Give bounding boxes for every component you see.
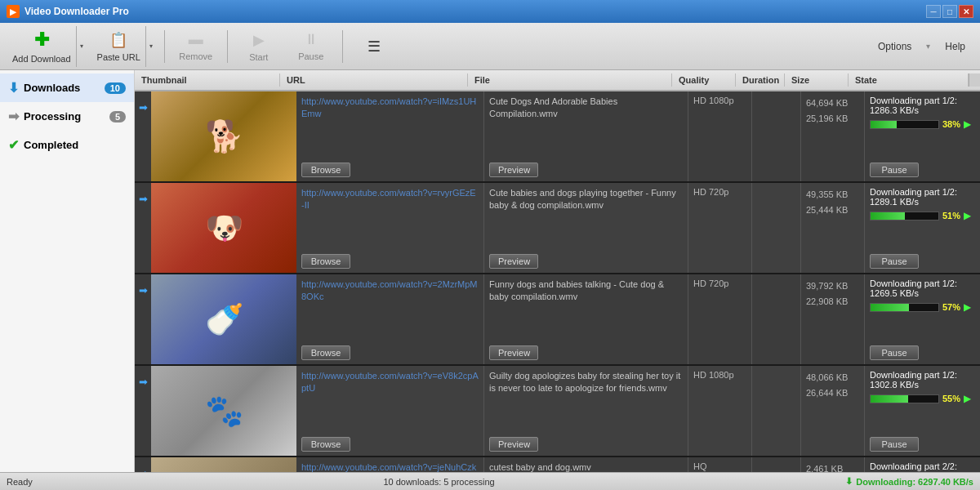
browse-button-4[interactable]: Browse bbox=[301, 437, 350, 452]
file-text-3: Funny dogs and babies talking - Cute dog… bbox=[489, 278, 683, 303]
progress-bar-3 bbox=[870, 303, 939, 312]
progress-bar-2 bbox=[870, 212, 939, 220]
duration-col-2 bbox=[752, 183, 801, 273]
window-controls: ─ □ ✕ bbox=[926, 5, 973, 18]
download-status-text: Downloading: 6297.40 KB/s bbox=[856, 477, 973, 487]
progress-fill-4 bbox=[871, 395, 908, 403]
size-col-5: 2,461 KB1,812 KB bbox=[801, 457, 865, 472]
pause-icon: ⏸ bbox=[304, 31, 318, 48]
size-col-4: 48,066 KB26,644 KB bbox=[801, 366, 865, 456]
pause-button-1[interactable]: Pause bbox=[870, 163, 919, 177]
progress-pct-3: 57% bbox=[942, 302, 960, 312]
speed-text-4: Downloading part 1/2: 1302.8 KB/s bbox=[870, 370, 975, 390]
url-col-5: http://www.youtube.com/watch?v=jeNuhCzkk… bbox=[296, 457, 484, 472]
browse-button-1[interactable]: Browse bbox=[301, 163, 350, 177]
state-col-4: Downloading part 1/2: 1302.8 KB/s 55% ▶ … bbox=[865, 366, 980, 456]
file-col-1: Cute Dogs And Adorable Babies Compilatio… bbox=[484, 91, 688, 181]
status-downloading: ⬇ Downloading: 6297.40 KB/s bbox=[845, 476, 973, 487]
help-button[interactable]: Help bbox=[937, 38, 973, 56]
downloads-icon: ⬇ bbox=[8, 80, 19, 96]
url-col-4: http://www.youtube.com/watch?v=eV8k2cpAp… bbox=[296, 366, 484, 456]
start-icon: ▶ bbox=[253, 31, 265, 49]
table-row: ➡ 🍼 http://www.youtube.com/watch?v=2MzrM… bbox=[135, 274, 980, 366]
processing-icon: ➡ bbox=[8, 109, 19, 124]
file-text-2: Cute babies and dogs playing together - … bbox=[489, 187, 683, 212]
title-bar: ▶ Video Downloader Pro ─ □ ✕ bbox=[0, 0, 980, 23]
row-arrow-2: ➡ bbox=[135, 183, 151, 273]
progress-pct-4: 55% bbox=[942, 394, 960, 403]
progress-arrow-2: ▶ bbox=[964, 210, 971, 221]
sidebar-item-completed[interactable]: ✔ Completed bbox=[0, 131, 134, 159]
browse-button-2[interactable]: Browse bbox=[301, 254, 350, 269]
add-download-button[interactable]: ✚ Add Download ▾ bbox=[7, 26, 88, 67]
paste-url-dropdown[interactable]: ▾ bbox=[145, 26, 157, 67]
thumbnail-3: 🍼 bbox=[151, 274, 296, 364]
quality-col-4: HD 1080p bbox=[688, 366, 752, 456]
close-button[interactable]: ✕ bbox=[959, 5, 973, 18]
menu-button[interactable]: ☰ bbox=[350, 26, 399, 67]
remove-icon: ▬ bbox=[189, 31, 203, 48]
remove-button: ▬ Remove bbox=[172, 26, 220, 67]
pause-button-2[interactable]: Pause bbox=[870, 254, 919, 269]
progress-fill-1 bbox=[871, 121, 897, 128]
status-ready: Ready bbox=[7, 477, 33, 487]
paste-url-button[interactable]: 📋 Paste URL ▾ bbox=[91, 26, 158, 67]
th-file: File bbox=[468, 74, 672, 87]
sidebar-downloads-count: 10 bbox=[105, 82, 126, 94]
paste-icon: 📋 bbox=[109, 31, 127, 49]
url-text-4: http://www.youtube.com/watch?v=eV8k2cpAp… bbox=[301, 370, 479, 394]
file-text-4: Guilty dog apologizes baby for stealing … bbox=[489, 370, 683, 394]
table-header: Thumbnail URL File Quality Duration Size… bbox=[135, 70, 980, 91]
sidebar-item-processing[interactable]: ➡ Processing 5 bbox=[0, 102, 134, 131]
start-button: ▶ Start bbox=[234, 26, 283, 67]
status-center: 10 downloads: 5 processing bbox=[39, 477, 840, 487]
app-icon: ▶ bbox=[7, 5, 20, 18]
table-row: ➡ 👶 http://www.youtube.com/watch?v=jeNuh… bbox=[135, 457, 980, 472]
progress-arrow-4: ▶ bbox=[964, 393, 971, 404]
th-quality: Quality bbox=[672, 74, 736, 87]
app-title: Video Downloader Pro bbox=[24, 6, 926, 17]
row-arrow-4: ➡ bbox=[135, 366, 151, 456]
quality-col-2: HD 720p bbox=[688, 183, 752, 273]
arrow-icon-2: ➡ bbox=[139, 193, 148, 205]
preview-button-3[interactable]: Preview bbox=[489, 345, 538, 360]
url-col-3: http://www.youtube.com/watch?v=2MzrMpM8O… bbox=[296, 274, 484, 364]
state-col-1: Downloading part 1/2: 1286.3 KB/s 38% ▶ … bbox=[865, 91, 980, 181]
progress-fill-3 bbox=[871, 304, 909, 311]
pause-button-3[interactable]: Pause bbox=[870, 345, 919, 360]
file-col-4: Guilty dog apologizes baby for stealing … bbox=[484, 366, 688, 456]
minimize-button[interactable]: ─ bbox=[926, 5, 941, 18]
preview-button-4[interactable]: Preview bbox=[489, 437, 538, 452]
arrow-icon-1: ➡ bbox=[139, 101, 148, 114]
status-bar: Ready 10 downloads: 5 processing ⬇ Downl… bbox=[0, 472, 980, 490]
pause-button-4[interactable]: Pause bbox=[870, 437, 919, 452]
speed-text-3: Downloading part 1/2: 1269.5 KB/s bbox=[870, 278, 975, 298]
options-button[interactable]: Options bbox=[870, 38, 920, 56]
pause-toolbar-button: ⏸ Pause bbox=[287, 26, 336, 67]
thumbnail-5: 👶 bbox=[151, 457, 296, 472]
url-col-1: http://www.youtube.com/watch?v=iIMzs1UHE… bbox=[296, 91, 484, 181]
duration-col-5 bbox=[752, 457, 801, 472]
add-download-dropdown[interactable]: ▾ bbox=[76, 26, 87, 67]
url-text-5: http://www.youtube.com/watch?v=jeNuhCzkk… bbox=[301, 461, 479, 472]
preview-button-1[interactable]: Preview bbox=[489, 163, 538, 177]
arrow-icon-4: ➡ bbox=[139, 376, 148, 388]
sidebar: ⬇ Downloads 10 ➡ Processing 5 ✔ Complete… bbox=[0, 70, 135, 472]
thumbnail-1: 🐕 bbox=[151, 91, 296, 181]
size-col-2: 49,355 KB25,444 KB bbox=[801, 183, 865, 273]
toolbar: ✚ Add Download ▾ 📋 Paste URL ▾ ▬ Remove … bbox=[0, 23, 980, 70]
size-col-3: 39,792 KB22,908 KB bbox=[801, 274, 865, 364]
file-col-2: Cute babies and dogs playing together - … bbox=[484, 183, 688, 273]
row-arrow-5: ➡ bbox=[135, 457, 151, 472]
sidebar-completed-label: Completed bbox=[24, 139, 126, 151]
url-text-2: http://www.youtube.com/watch?v=rvyrGEzE-… bbox=[301, 187, 479, 212]
preview-button-2[interactable]: Preview bbox=[489, 254, 538, 269]
thumbnail-4: 🐾 bbox=[151, 366, 296, 456]
toolbar-separator-2 bbox=[227, 30, 228, 63]
sidebar-item-downloads[interactable]: ⬇ Downloads 10 bbox=[0, 74, 134, 102]
progress-arrow-3: ▶ bbox=[964, 301, 971, 313]
row-arrow-1: ➡ bbox=[135, 91, 151, 181]
content-area: Thumbnail URL File Quality Duration Size… bbox=[135, 70, 980, 472]
maximize-button[interactable]: □ bbox=[942, 5, 957, 18]
browse-button-3[interactable]: Browse bbox=[301, 345, 350, 360]
